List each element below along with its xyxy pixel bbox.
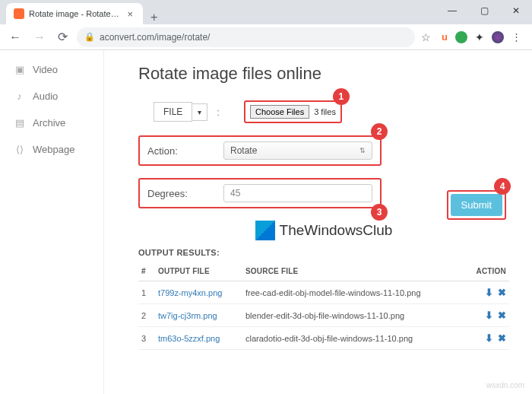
- annotation-box-3: Degrees: 45 3: [138, 178, 382, 208]
- ext-icon-1[interactable]: u: [442, 31, 448, 43]
- sidebar-item-label: Video: [33, 64, 58, 75]
- col-action: ACTION: [464, 262, 509, 281]
- maximize-button[interactable]: ▢: [468, 0, 500, 21]
- choose-files-button[interactable]: Choose Files: [250, 105, 309, 119]
- sidebar-item-label: Webpage: [33, 144, 74, 155]
- main-content: Rotate image files online FILE ▾ : Choos…: [104, 50, 532, 394]
- annotation-badge-4: 4: [494, 178, 511, 195]
- output-file-link[interactable]: t799z-my4xn.png: [155, 281, 242, 304]
- col-output: OUTPUT FILE: [155, 262, 242, 281]
- submit-button[interactable]: Submit: [451, 194, 502, 216]
- delete-icon[interactable]: ✖: [498, 310, 506, 321]
- annotation-badge-1: 1: [333, 88, 350, 105]
- back-button[interactable]: ←: [6, 30, 24, 44]
- file-source-button[interactable]: FILE: [154, 102, 192, 122]
- annotation-box-2: Action: Rotate ⇅ 2: [138, 135, 382, 166]
- output-file-link[interactable]: tw7ig-cj3rm.png: [155, 304, 242, 327]
- minimize-button[interactable]: —: [436, 0, 468, 21]
- action-value: Rotate: [230, 145, 257, 156]
- watermark-logo: TheWindowsClub: [138, 221, 509, 240]
- results-heading: OUTPUT RESULTS:: [138, 248, 509, 257]
- tab-title: Rotate image - Rotate JPG, PNG: [29, 9, 120, 18]
- output-file-link[interactable]: tm63o-5zzxf.png: [155, 327, 242, 350]
- browser-tab[interactable]: Rotate image - Rotate JPG, PNG ×: [6, 3, 143, 24]
- archive-icon: ▤: [14, 117, 25, 129]
- sidebar-item-archive[interactable]: ▤ Archive: [0, 110, 103, 136]
- video-icon: ▣: [14, 64, 25, 75]
- table-row: 3tm63o-5zzxf.pngclaradotio-edit-3d-obj-f…: [138, 327, 509, 350]
- degrees-input[interactable]: 45: [223, 184, 372, 202]
- window-controls: — ▢ ✕: [436, 0, 532, 24]
- delete-icon[interactable]: ✖: [498, 332, 506, 344]
- table-row: 1t799z-my4xn.pngfree-cad-edit-obj-model-…: [138, 281, 509, 304]
- extensions: u ✦ ⋮: [437, 31, 526, 43]
- audio-icon: ♪: [14, 91, 25, 102]
- chevron-updown-icon: ⇅: [359, 147, 366, 154]
- lock-icon: 🔒: [84, 32, 95, 42]
- cell-num: 1: [138, 281, 155, 304]
- file-count-label: 3 files: [314, 107, 336, 116]
- file-source-dropdown[interactable]: ▾: [192, 103, 207, 121]
- new-tab-button[interactable]: +: [143, 11, 165, 24]
- sidebar-item-label: Archive: [33, 117, 65, 129]
- reload-button[interactable]: ⟳: [55, 30, 71, 44]
- browser-titlebar: Rotate image - Rotate JPG, PNG × + — ▢ ✕: [0, 0, 532, 24]
- delete-icon[interactable]: ✖: [498, 287, 506, 298]
- source-file: blender-edit-3d-obj-file-windows-11-10.p…: [242, 304, 464, 327]
- action-select[interactable]: Rotate ⇅: [223, 141, 372, 160]
- logo-icon: [255, 221, 275, 240]
- table-row: 2tw7ig-cj3rm.pngblender-edit-3d-obj-file…: [138, 304, 509, 327]
- col-num: #: [138, 262, 155, 281]
- menu-icon[interactable]: ⋮: [511, 31, 521, 43]
- source-file: claradotio-edit-3d-obj-file-windows-11-1…: [242, 327, 464, 350]
- tab-favicon: [14, 8, 24, 19]
- forward-button[interactable]: →: [30, 30, 49, 44]
- watermark-text: wsxdn.com: [486, 381, 524, 389]
- cell-num: 3: [138, 327, 155, 350]
- annotation-box-4: Submit 4: [447, 190, 506, 220]
- degrees-label: Degrees:: [147, 188, 223, 199]
- source-file: free-cad-edit-obj-model-file-windows-11-…: [242, 281, 464, 304]
- download-icon[interactable]: ⬇: [485, 332, 493, 344]
- col-source: SOURCE FILE: [242, 262, 464, 281]
- sidebar-item-video[interactable]: ▣ Video: [0, 56, 103, 83]
- webpage-icon: ⟨⟩: [14, 144, 25, 155]
- url-input[interactable]: 🔒 aconvert.com/image/rotate/: [77, 27, 415, 47]
- cell-num: 2: [138, 304, 155, 327]
- close-icon[interactable]: ×: [125, 8, 135, 20]
- url-text: aconvert.com/image/rotate/: [100, 32, 210, 43]
- address-bar: ← → ⟳ 🔒 aconvert.com/image/rotate/ ☆ u ✦…: [0, 24, 532, 50]
- sidebar-item-label: Audio: [33, 91, 58, 102]
- sidebar: ▣ Video ♪ Audio ▤ Archive ⟨⟩ Webpage: [0, 50, 104, 394]
- action-label: Action:: [147, 145, 223, 157]
- sidebar-item-audio[interactable]: ♪ Audio: [0, 83, 103, 110]
- close-button[interactable]: ✕: [500, 0, 532, 21]
- profile-avatar[interactable]: [492, 31, 504, 43]
- bookmark-icon[interactable]: ☆: [421, 31, 431, 43]
- annotation-badge-2: 2: [371, 123, 388, 140]
- annotation-box-1: Choose Files 3 files 1: [244, 100, 342, 123]
- results-table: # OUTPUT FILE SOURCE FILE ACTION 1t799z-…: [138, 262, 509, 350]
- annotation-badge-3: 3: [371, 204, 388, 221]
- sidebar-item-webpage[interactable]: ⟨⟩ Webpage: [0, 136, 103, 163]
- download-icon[interactable]: ⬇: [485, 287, 493, 298]
- extensions-icon[interactable]: ✦: [475, 31, 484, 43]
- page-title: Rotate image files online: [138, 64, 509, 84]
- logo-text: TheWindowsClub: [280, 222, 393, 239]
- ext-icon-2[interactable]: [455, 31, 467, 43]
- download-icon[interactable]: ⬇: [485, 310, 493, 321]
